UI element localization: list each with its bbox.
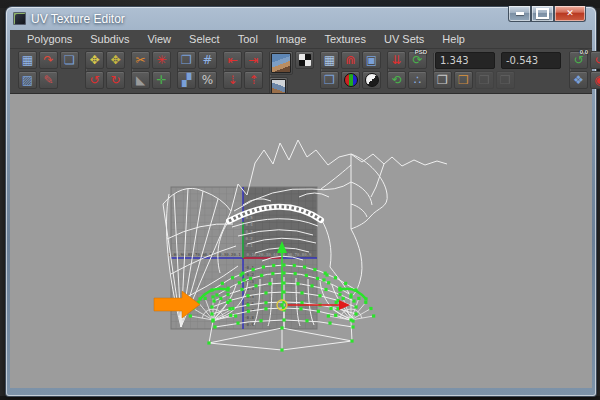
maximize-button[interactable] bbox=[531, 6, 554, 22]
filtered-image-toggle-icon[interactable]: ▦ bbox=[320, 51, 339, 69]
toolbar-group-cut-sew: ✂✳◣✛ bbox=[129, 50, 173, 90]
svg-text:-0.2: -0.2 bbox=[244, 272, 254, 277]
menubar: PolygonsSubdivsViewSelectToolImageTextur… bbox=[10, 30, 592, 48]
menu-item-help[interactable]: Help bbox=[433, 31, 474, 47]
toolbar-group-display-options: ▦⋒▣❐ bbox=[318, 50, 383, 90]
tweak-uv-tool-icon[interactable]: ▨ bbox=[18, 71, 37, 89]
uv-snapshot-image-icon-graphic bbox=[271, 79, 286, 94]
toolbar-group-layout: ❐#▞% bbox=[175, 50, 219, 90]
desktop-background-bottom bbox=[0, 396, 600, 400]
move-and-sew-icon[interactable]: ✛ bbox=[152, 71, 171, 89]
dim-image-checker-icon[interactable] bbox=[295, 51, 314, 69]
uv-canvas[interactable]: -1.0-0.9-0.8-0.7-0.6-0.5-0.4-0.3-0.2-0.1… bbox=[10, 93, 592, 388]
flip-u-icon[interactable]: ✥ bbox=[85, 51, 104, 69]
toolbar-group-image-display bbox=[267, 50, 316, 96]
window-client-area: PolygonsSubdivsViewSelectToolImageTextur… bbox=[10, 30, 592, 388]
toolbar-group-reset: ↺0,0↺0.0❖◉ bbox=[567, 50, 600, 90]
flip-v-icon[interactable]: ✥ bbox=[106, 51, 125, 69]
v-coordinate-field[interactable] bbox=[501, 52, 561, 69]
menu-item-textures[interactable]: Textures bbox=[315, 31, 375, 47]
toolbar-group-flip-rotate: ✥✥↺↻ bbox=[83, 50, 127, 90]
toolbar: ▦↷❏▨✎✥✥↺↻✂✳◣✛❐#▞%⇤⇥⇣⇡▦⋒▣❐⇊⟳PSD⟲∴❐❒❒❒↺0,0… bbox=[10, 48, 592, 93]
uv-texture-paint-icon[interactable]: ∴ bbox=[408, 71, 427, 89]
rotate-cw-icon[interactable]: ↻ bbox=[106, 71, 125, 89]
relax-uvs-icon[interactable]: % bbox=[198, 71, 217, 89]
display-rgb-channels-icon-graphic bbox=[344, 73, 358, 87]
paste-uvs-icon[interactable]: ❒ bbox=[454, 71, 473, 89]
display-rgb-channels-icon[interactable] bbox=[341, 71, 360, 89]
toolbar-group-align: ⇤⇥⇣⇡ bbox=[221, 50, 265, 90]
cut-uv-edges-icon[interactable]: ✂ bbox=[131, 51, 150, 69]
align-u-min-icon[interactable]: ⇤ bbox=[223, 51, 242, 69]
move-uv-shell-tool-icon[interactable]: ❏ bbox=[60, 51, 79, 69]
close-button[interactable]: ✕ bbox=[554, 6, 586, 22]
menu-item-select[interactable]: Select bbox=[180, 31, 229, 47]
split-uvs-icon[interactable]: ✳ bbox=[152, 51, 171, 69]
reset-uvs-disabled-icon[interactable]: ↺0.0 bbox=[590, 51, 600, 69]
uv-canvas-svg[interactable]: -1.0-0.9-0.8-0.7-0.6-0.5-0.4-0.3-0.2-0.1… bbox=[10, 94, 592, 391]
dim-image-checker-icon-graphic bbox=[299, 54, 311, 66]
align-v-min-icon[interactable]: ⇣ bbox=[223, 71, 242, 89]
uv-texture-editor-window: UV Texture Editor ✕ PolygonsSubdivsViewS… bbox=[6, 7, 596, 396]
rotate-ccw-icon[interactable]: ↺ bbox=[85, 71, 104, 89]
display-image-toggle-icon-graphic bbox=[271, 53, 291, 73]
menu-item-view[interactable]: View bbox=[138, 31, 180, 47]
menu-item-image[interactable]: Image bbox=[267, 31, 316, 47]
copy-uvs-icon[interactable]: ❐ bbox=[433, 71, 452, 89]
toolbar-group-baking: ⇊⟳PSD⟲∴ bbox=[385, 50, 429, 90]
menu-item-polygons[interactable]: Polygons bbox=[18, 31, 81, 47]
toolbar-group-coordinates: ❐❒❒❒ bbox=[431, 50, 565, 90]
u-coordinate-field[interactable] bbox=[435, 52, 495, 69]
display-alpha-channel-icon-graphic bbox=[365, 73, 379, 87]
bake-texture-icon[interactable]: ⇊ bbox=[387, 51, 406, 69]
uv-smudge-tool-icon[interactable]: ✎ bbox=[39, 71, 58, 89]
pixel-snap-magnet-icon[interactable]: ⋒ bbox=[341, 51, 360, 69]
fold-uvs-icon[interactable]: ❐ bbox=[177, 51, 196, 69]
menu-item-uv-sets[interactable]: UV Sets bbox=[375, 31, 433, 47]
paste-v-only-icon[interactable]: ❒ bbox=[496, 71, 515, 89]
uv-smear-tool-icon[interactable]: ↷ bbox=[39, 51, 58, 69]
shade-uvs-icon[interactable]: ▣ bbox=[362, 51, 381, 69]
uv-lattice-tool-icon[interactable]: ▦ bbox=[18, 51, 37, 69]
layout-shells-icon[interactable]: ▞ bbox=[177, 71, 196, 89]
svg-text:0.2: 0.2 bbox=[245, 236, 253, 241]
align-u-max-icon[interactable]: ⇥ bbox=[244, 51, 263, 69]
minimize-button[interactable] bbox=[508, 6, 531, 22]
window-controls: ✕ bbox=[508, 6, 586, 22]
menu-item-tool[interactable]: Tool bbox=[229, 31, 267, 47]
svg-text:0.9: 0.9 bbox=[304, 252, 312, 257]
grid-toggle-icon[interactable]: ❐ bbox=[320, 71, 339, 89]
sew-uv-edges-icon[interactable]: ◣ bbox=[131, 71, 150, 89]
align-v-max-icon[interactable]: ⇡ bbox=[244, 71, 263, 89]
update-psd-networks-icon[interactable]: ⟲ bbox=[387, 71, 406, 89]
menu-item-subdivs[interactable]: Subdivs bbox=[81, 31, 138, 47]
normalize-uvs-icon[interactable]: ↺0,0 bbox=[569, 51, 588, 69]
swap-uv-tool-icon[interactable]: ❖ bbox=[569, 71, 588, 89]
toolbar-group-uv-tools: ▦↷❏▨✎ bbox=[16, 50, 81, 90]
display-image-toggle-icon[interactable] bbox=[269, 51, 293, 75]
svg-text:-0.1: -0.1 bbox=[231, 252, 241, 257]
svg-text:-0.8: -0.8 bbox=[244, 315, 254, 320]
cycle-uvs-icon[interactable]: ◉ bbox=[590, 71, 600, 89]
unfold-uvs-icon[interactable]: # bbox=[198, 51, 217, 69]
window-icon bbox=[13, 12, 26, 25]
titlebar[interactable]: UV Texture Editor ✕ bbox=[10, 7, 592, 30]
paste-u-only-icon[interactable]: ❒ bbox=[475, 71, 494, 89]
refresh-psd-icon[interactable]: ⟳PSD bbox=[408, 51, 427, 69]
window-title: UV Texture Editor bbox=[31, 12, 125, 26]
display-alpha-channel-icon[interactable] bbox=[362, 71, 381, 89]
